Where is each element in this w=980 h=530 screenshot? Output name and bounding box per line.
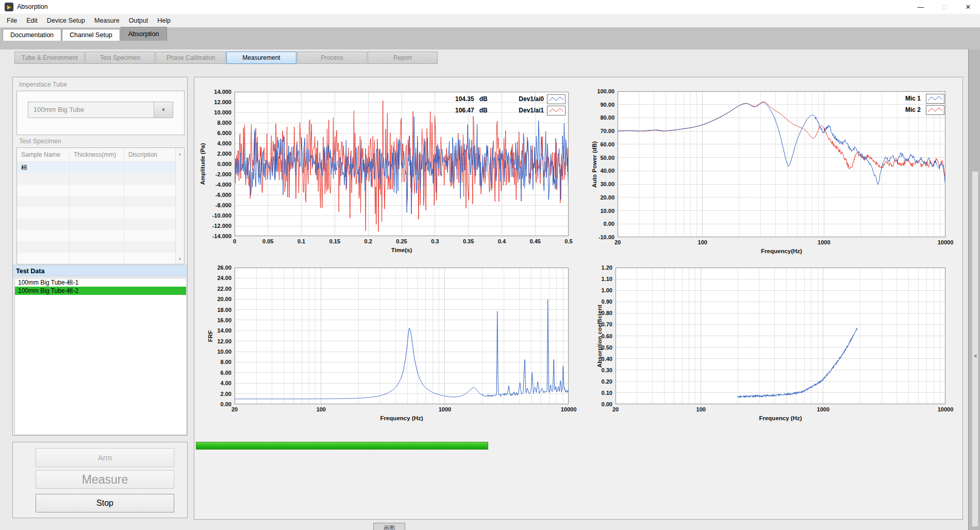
column-header-thickness-mm: Thickness(mm) <box>70 148 124 161</box>
table-cell <box>124 185 168 196</box>
menu-file[interactable]: File <box>2 14 22 27</box>
table-cell <box>17 253 70 264</box>
menu-device-setup[interactable]: Device Setup <box>42 14 90 27</box>
table-row[interactable] <box>17 207 184 219</box>
table-header-row: Sample NameThickness(mm)Discription <box>17 148 184 162</box>
test-specimen-table: Sample NameThickness(mm)Discription棉 ▲ ▼ <box>16 147 185 264</box>
menu-help[interactable]: Help <box>153 14 175 27</box>
tab-strip: DocumentationChannel SetupAbsorption <box>0 27 980 49</box>
table-cell <box>124 219 168 230</box>
maximize-button[interactable]: □ <box>933 0 956 14</box>
stop-button[interactable]: Stop <box>36 494 174 512</box>
table-cell <box>124 173 168 185</box>
tab-absorption[interactable]: Absorption <box>121 27 167 41</box>
table-cell <box>17 241 70 253</box>
table-row[interactable] <box>17 185 184 196</box>
subtab-report[interactable]: Report <box>368 52 438 64</box>
arm-button[interactable]: Arm <box>36 448 174 467</box>
splitter-collapse-icon[interactable]: < <box>972 353 979 359</box>
table-cell <box>70 230 124 241</box>
vertical-scrollbar[interactable]: < <box>972 171 978 527</box>
column-header-sample-name: Sample Name <box>17 148 70 161</box>
table-cell <box>124 207 168 219</box>
tab-bar: DocumentationChannel SetupAbsorption <box>3 27 168 41</box>
menu-output[interactable]: Output <box>124 14 153 27</box>
tab-documentation[interactable]: Documentation <box>3 29 61 41</box>
table-cell <box>124 196 168 207</box>
table-cell <box>70 196 124 207</box>
subtab-tube-environment[interactable]: Tube & Environment <box>14 52 85 64</box>
table-cell <box>70 241 124 253</box>
subtab-process[interactable]: Process <box>297 52 367 64</box>
menu-bar: FileEditDevice SetupMeasureOutputHelp <box>0 14 980 27</box>
scroll-up-icon[interactable]: ▲ <box>176 152 184 156</box>
table-cell <box>17 230 70 241</box>
impedance-tube-groupbox: 100mm Big Tube ▼ <box>16 91 185 135</box>
table-cell <box>124 162 168 173</box>
table-cell <box>124 253 168 264</box>
tab-channel-setup[interactable]: Channel Setup <box>62 29 120 41</box>
table-cell <box>70 219 124 230</box>
menu-measure[interactable]: Measure <box>90 14 124 27</box>
test-specimen-rows: Sample NameThickness(mm)Discription棉 <box>17 148 184 264</box>
footer-tab-draw[interactable]: 画图 <box>373 523 405 530</box>
test-data-item[interactable]: 100mm Big Tube-棉-1 <box>15 278 186 287</box>
table-row[interactable] <box>17 219 184 230</box>
table-cell <box>17 185 70 196</box>
table-cell <box>124 230 168 241</box>
impedance-tube-header: Impendace Tube <box>19 79 67 90</box>
minimize-button[interactable]: — <box>909 0 933 14</box>
table-cell <box>17 207 70 219</box>
test-data-item[interactable]: 100mm Big Tube-棉-2 <box>15 287 186 295</box>
table-row[interactable] <box>17 241 184 253</box>
table-row[interactable] <box>17 230 184 241</box>
sidebar-panel: Impendace Tube 100mm Big Tube ▼ Test Spe… <box>12 77 188 436</box>
table-row[interactable]: 棉 <box>17 162 184 173</box>
scroll-down-icon[interactable]: ▼ <box>176 257 184 261</box>
column-header-discription: Discription <box>124 148 168 161</box>
tube-select-value: 100mm Big Tube <box>34 102 84 118</box>
measurement-progress-bar <box>196 442 488 450</box>
test-data-list: 100mm Big Tube-棉-1100mm Big Tube-棉-2 <box>14 278 187 435</box>
table-cell <box>17 173 70 185</box>
table-row[interactable] <box>17 196 184 207</box>
subtab-bar: Tube & EnvironmentTest SpecimenPhase Cal… <box>14 52 438 64</box>
table-cell <box>17 219 70 230</box>
table-cell: 棉 <box>17 162 70 173</box>
table-cell <box>70 185 124 196</box>
table-row[interactable] <box>17 173 184 185</box>
test-specimen-header: Test Specimen <box>19 136 61 146</box>
right-gutter: < <box>968 49 980 530</box>
subtab-test-specimen[interactable]: Test Specimen <box>85 52 155 64</box>
app-icon: ▶ <box>5 3 13 11</box>
table-cell <box>70 162 124 173</box>
title-bar: ▶ Absorption — □ ✕ <box>0 0 980 14</box>
measurement-panel <box>194 77 963 520</box>
table-scrollbar[interactable]: ▲ ▼ <box>175 148 184 264</box>
test-data-header: Test Data <box>13 265 187 276</box>
window-title: Absorption <box>17 0 48 14</box>
absorption-tab-pane: Tube & EnvironmentTest SpecimenPhase Cal… <box>0 49 968 530</box>
table-row[interactable] <box>17 253 184 264</box>
table-cell <box>70 253 124 264</box>
command-buttons-panel: Arm Measure Stop <box>12 442 188 518</box>
tube-select-dropdown[interactable]: 100mm Big Tube ▼ <box>28 102 173 118</box>
close-button[interactable]: ✕ <box>956 0 980 14</box>
table-cell <box>17 196 70 207</box>
subtab-measurement[interactable]: Measurement <box>226 52 296 64</box>
subtab-phase-calibration[interactable]: Phase Calibration <box>156 52 226 64</box>
table-cell <box>70 207 124 219</box>
menu-edit[interactable]: Edit <box>22 14 42 27</box>
chevron-down-icon[interactable]: ▼ <box>154 102 173 118</box>
table-cell <box>124 241 168 253</box>
measure-button[interactable]: Measure <box>36 470 174 489</box>
table-cell <box>70 173 124 185</box>
